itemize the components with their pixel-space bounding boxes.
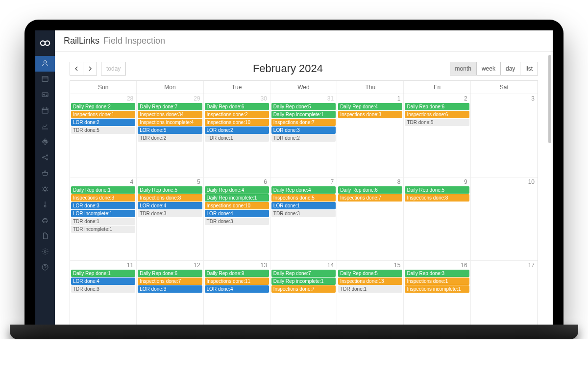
calendar-cell[interactable]: 2Daily Rep done:6Inspections done:6TDR d…: [404, 94, 470, 177]
calendar-event[interactable]: TDR done:3: [138, 210, 202, 217]
calendar-event[interactable]: Daily Rep done:5: [138, 186, 202, 194]
calendar-event[interactable]: LOR done:3: [138, 285, 202, 293]
calendar-cell[interactable]: 30Daily Rep done:6Inspections done:2Insp…: [204, 94, 270, 177]
sidebar-item-basket[interactable]: [35, 166, 55, 181]
calendar-event[interactable]: Daily Rep done:6: [138, 270, 202, 277]
calendar-event[interactable]: Inspections done:5: [271, 194, 336, 202]
calendar-event[interactable]: Inspections done:6: [405, 111, 469, 118]
calendar-event[interactable]: Daily Rep done:4: [205, 186, 269, 194]
view-day-button[interactable]: day: [501, 62, 520, 76]
calendar-event[interactable]: Inspections done:10: [205, 202, 269, 209]
calendar-cell[interactable]: 11Daily Rep done:1LOR done:4TDR done:3: [70, 261, 137, 325]
view-list-button[interactable]: list: [520, 62, 538, 76]
calendar-cell[interactable]: 17: [471, 261, 538, 325]
calendar-event[interactable]: LOR done:4: [138, 202, 202, 209]
calendar-cell[interactable]: 8Daily Rep done:6Inspections done:7: [337, 177, 404, 261]
calendar-event[interactable]: Inspections done:3: [338, 111, 402, 118]
sidebar-item-car[interactable]: [35, 213, 55, 228]
calendar-event[interactable]: Inspections done:34: [138, 111, 202, 118]
calendar-event[interactable]: Daily Rep incomplete:1: [271, 278, 336, 285]
calendar-event[interactable]: Daily Rep done:5: [338, 270, 402, 277]
calendar-event[interactable]: LOR done:4: [205, 210, 269, 217]
calendar-event[interactable]: Inspections done:7: [271, 285, 336, 293]
sidebar-item-bug[interactable]: [35, 181, 55, 197]
calendar-event[interactable]: Daily Rep done:5: [405, 186, 469, 194]
calendar-event[interactable]: LOR done:2: [71, 119, 135, 126]
calendar-event[interactable]: Daily Rep done:1: [71, 270, 135, 277]
calendar-event[interactable]: Inspections incomplete:4: [138, 119, 202, 126]
sidebar-item-share[interactable]: [35, 150, 55, 166]
calendar-event[interactable]: Inspections done:11: [205, 278, 269, 285]
calendar-cell[interactable]: 29Daily Rep done:7Inspections done:34Ins…: [137, 94, 203, 177]
calendar-event[interactable]: Daily Rep done:7: [138, 103, 202, 110]
calendar-event[interactable]: LOR done:1: [271, 202, 336, 209]
calendar-event[interactable]: TDR incomplete:1: [71, 226, 135, 233]
calendar-event[interactable]: LOR done:4: [205, 285, 269, 293]
prev-button[interactable]: [70, 62, 83, 76]
calendar-event[interactable]: TDR done:3: [271, 210, 336, 217]
sidebar-item-atom[interactable]: [35, 134, 55, 150]
calendar-event[interactable]: Daily Rep done:6: [405, 103, 469, 110]
sidebar-item-gear[interactable]: [35, 244, 55, 260]
calendar-event[interactable]: LOR done:3: [271, 126, 336, 134]
calendar-event[interactable]: TDR done:1: [205, 134, 269, 142]
calendar-event[interactable]: Inspections incomplete:1: [405, 285, 469, 293]
calendar-event[interactable]: TDR done:2: [271, 134, 336, 142]
calendar-cell[interactable]: 9Daily Rep done:5Inspections done:8: [404, 177, 470, 261]
today-button[interactable]: today: [101, 62, 126, 76]
calendar-event[interactable]: Inspections done:3: [71, 194, 135, 202]
calendar-cell[interactable]: 31Daily Rep done:5Daily Rep incomplete:1…: [270, 94, 337, 177]
sidebar-item-calendar[interactable]: [35, 103, 55, 119]
calendar-cell[interactable]: 1Daily Rep done:4Inspections done:3: [337, 94, 404, 177]
calendar-cell[interactable]: 3: [471, 94, 538, 177]
calendar-event[interactable]: Inspections done:7: [271, 119, 336, 126]
calendar-event[interactable]: Inspections done:7: [338, 194, 402, 202]
sidebar-item-help[interactable]: [35, 260, 55, 276]
calendar-cell[interactable]: 6Daily Rep done:4Daily Rep incomplete:1I…: [204, 177, 270, 261]
view-month-button[interactable]: month: [450, 62, 477, 76]
calendar-event[interactable]: Daily Rep done:2: [71, 103, 135, 110]
calendar-event[interactable]: TDR done:2: [138, 134, 202, 142]
calendar-cell[interactable]: 4Daily Rep done:1Inspections done:3LOR d…: [70, 177, 137, 261]
calendar-event[interactable]: TDR done:3: [71, 285, 135, 293]
calendar-cell[interactable]: 7Daily Rep done:4Inspections done:5LOR d…: [270, 177, 337, 261]
calendar-event[interactable]: LOR done:5: [138, 126, 202, 134]
calendar-event[interactable]: Inspections done:8: [405, 194, 469, 202]
calendar-event[interactable]: Inspections done:8: [138, 194, 202, 202]
calendar-event[interactable]: TDR done:1: [338, 285, 402, 293]
sidebar-item-window[interactable]: [35, 72, 55, 87]
calendar-event[interactable]: TDR done:3: [205, 218, 269, 225]
calendar-event[interactable]: Daily Rep done:7: [271, 270, 336, 277]
calendar-event[interactable]: LOR incomplete:1: [71, 210, 135, 217]
calendar-event[interactable]: Daily Rep done:6: [338, 186, 402, 194]
calendar-cell[interactable]: 16Daily Rep done:3Inspections done:1Insp…: [404, 261, 470, 325]
view-week-button[interactable]: week: [477, 62, 501, 76]
calendar-cell[interactable]: 12Daily Rep done:6Inspections done:7LOR …: [137, 261, 203, 325]
calendar-event[interactable]: Daily Rep done:4: [338, 103, 402, 110]
calendar-event[interactable]: LOR done:2: [205, 126, 269, 134]
calendar-event[interactable]: Daily Rep done:3: [405, 270, 469, 277]
calendar-event[interactable]: Inspections done:1: [405, 278, 469, 285]
calendar-event[interactable]: TDR done:5: [405, 119, 469, 126]
calendar-event[interactable]: Daily Rep done:6: [205, 103, 269, 110]
sidebar-item-chart[interactable]: [35, 119, 55, 134]
scrollbar[interactable]: [548, 55, 551, 320]
sidebar-item-file[interactable]: [35, 228, 55, 244]
calendar-cell[interactable]: 13Daily Rep done:9Inspections done:11LOR…: [204, 261, 270, 325]
calendar-event[interactable]: Inspections done:2: [205, 111, 269, 118]
calendar-event[interactable]: LOR done:4: [71, 278, 135, 285]
calendar-event[interactable]: Daily Rep done:5: [271, 103, 336, 110]
calendar-event[interactable]: Daily Rep done:1: [71, 186, 135, 194]
calendar-cell[interactable]: 14Daily Rep done:7Daily Rep incomplete:1…: [270, 261, 337, 325]
calendar-event[interactable]: Daily Rep done:9: [205, 270, 269, 277]
calendar-event[interactable]: LOR done:3: [71, 202, 135, 209]
sidebar-item-id-card[interactable]: [35, 87, 55, 103]
calendar-event[interactable]: Daily Rep done:4: [271, 186, 336, 194]
calendar-event[interactable]: Inspections done:1: [71, 111, 135, 118]
calendar-event[interactable]: Daily Rep incomplete:1: [205, 194, 269, 202]
calendar-cell[interactable]: 5Daily Rep done:5Inspections done:8LOR d…: [137, 177, 203, 261]
calendar-cell[interactable]: 28Daily Rep done:2Inspections done:1LOR …: [70, 94, 137, 177]
sidebar-item-thermometer[interactable]: [35, 197, 55, 213]
calendar-event[interactable]: Inspections done:10: [205, 119, 269, 126]
sidebar-item-user[interactable]: [35, 56, 55, 72]
